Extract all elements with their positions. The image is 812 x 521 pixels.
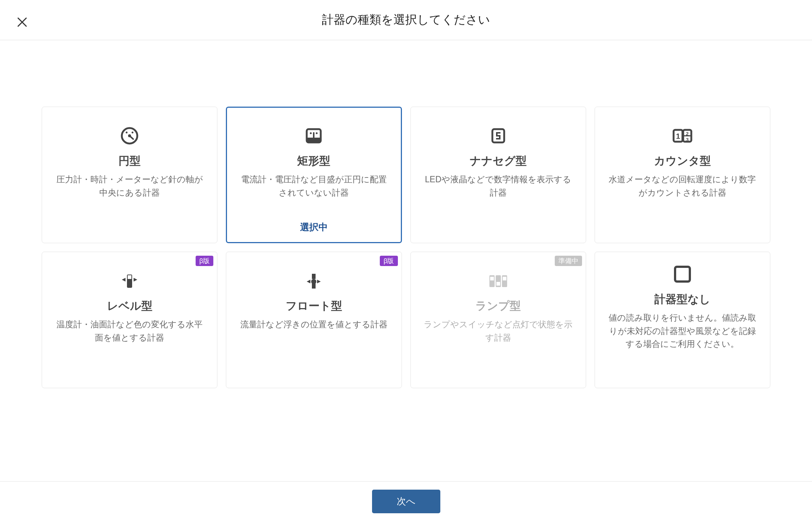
svg-rect-32 — [503, 277, 506, 280]
card-title: ナナセグ型 — [470, 153, 527, 169]
card-title: 円型 — [118, 153, 141, 169]
card-title: ランプ型 — [475, 299, 521, 314]
card-none[interactable]: 計器型なし 値の読み取りを行いません。値読み取りが未対応の計器型や風景などを記録… — [595, 252, 770, 388]
svg-point-10 — [316, 132, 318, 134]
float-gauge-icon — [303, 270, 325, 292]
card-lamp: 準備中 ランプ型 ランプやスイッチなど点灯で状態を示す計器 — [410, 252, 586, 388]
modal-header: 計器の種類を選択してください — [0, 0, 812, 40]
content-area: 円型 圧力計・時計・メーターなど針の軸が中央にある計器 矩形型 電流計・電圧計な… — [0, 40, 812, 388]
card-description: 水道メータなどの回転運度により数字がカウントされる計器 — [606, 173, 759, 199]
next-button[interactable]: 次へ — [372, 490, 440, 513]
none-icon — [671, 263, 694, 285]
card-description: LEDや液晶などで数字情報を表示する計器 — [422, 173, 575, 199]
svg-point-5 — [132, 132, 134, 134]
coming-soon-badge: 準備中 — [555, 256, 582, 266]
card-description: 値の読み取りを行いません。値読み取りが未対応の計器型や風景などを記録する場合にご… — [606, 311, 759, 351]
svg-marker-22 — [134, 278, 137, 282]
gauge-circular-icon — [118, 125, 141, 147]
card-level[interactable]: β版 レベル型 温度計・油面計など色の変化する水平面を値とする計器 — [42, 252, 217, 388]
card-circular[interactable]: 円型 圧力計・時計・メーターなど針の軸が中央にある計器 — [42, 107, 217, 243]
svg-marker-21 — [122, 278, 125, 282]
close-icon — [17, 17, 28, 28]
svg-text:1: 1 — [676, 132, 680, 140]
selected-label: 選択中 — [227, 221, 400, 233]
card-title: フロート型 — [286, 299, 342, 314]
footer: 次へ — [0, 481, 812, 521]
svg-marker-27 — [317, 280, 321, 283]
svg-rect-25 — [312, 283, 316, 289]
card-title: レベル型 — [107, 299, 152, 314]
card-description: 電流計・電圧計など目盛が正円に配置されていない計器 — [237, 173, 390, 199]
card-title: カウンタ型 — [654, 153, 711, 169]
counter-icon: 1 2 3 — [671, 125, 694, 147]
beta-badge: β版 — [380, 256, 398, 266]
cards-grid: 円型 圧力計・時計・メーターなど針の軸が中央にある計器 矩形型 電流計・電圧計な… — [42, 107, 770, 388]
svg-point-9 — [310, 132, 312, 134]
close-button[interactable] — [15, 15, 30, 30]
card-description: 圧力計・時計・メーターなど針の軸が中央にある計器 — [53, 173, 206, 199]
svg-rect-33 — [496, 282, 500, 286]
card-description: ランプやスイッチなど点灯で状態を示す計器 — [422, 318, 575, 344]
lamp-icon — [487, 270, 509, 292]
card-title: 矩形型 — [297, 153, 330, 169]
svg-rect-23 — [312, 274, 316, 279]
svg-rect-31 — [490, 277, 494, 280]
svg-point-4 — [126, 132, 128, 134]
card-float[interactable]: β版 フロート型 流量計など浮きの位置を値とする計器 — [226, 252, 402, 388]
seven-segment-icon — [487, 125, 509, 147]
beta-badge: β版 — [196, 256, 213, 266]
card-sevensegment[interactable]: ナナセグ型 LEDや液晶などで数字情報を表示する計器 — [410, 107, 586, 243]
card-counter[interactable]: 1 2 3 カウンタ型 水道メータなどの回転運度により数字がカウントされる計器 — [595, 107, 770, 243]
gauge-rectangular-icon — [303, 125, 325, 147]
card-description: 流量計など浮きの位置を値とする計器 — [240, 318, 388, 331]
card-description: 温度計・油面計など色の変化する水平面を値とする計器 — [53, 318, 206, 344]
level-gauge-icon — [118, 270, 141, 292]
page-title: 計器の種類を選択してください — [0, 12, 812, 28]
svg-point-24 — [311, 279, 316, 284]
svg-line-6 — [130, 136, 133, 139]
svg-marker-26 — [307, 280, 310, 283]
svg-rect-20 — [128, 275, 131, 279]
card-title: 計器型なし — [654, 292, 710, 307]
svg-text:3: 3 — [686, 137, 688, 142]
card-rectangular[interactable]: 矩形型 電流計・電圧計など目盛が正円に配置されていない計器 選択中 — [226, 107, 402, 243]
